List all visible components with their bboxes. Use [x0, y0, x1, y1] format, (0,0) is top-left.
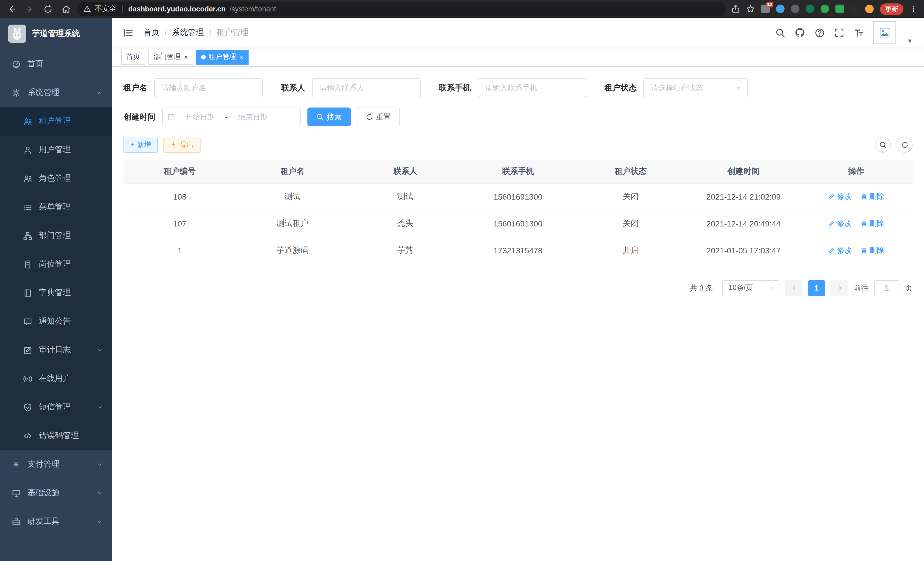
tab-tenant[interactable]: 租户管理 ×	[196, 50, 249, 64]
briefcase-icon	[11, 517, 21, 526]
tenant-name-input[interactable]	[154, 78, 263, 97]
goto-page-input[interactable]	[874, 280, 899, 296]
sidebar-item-post[interactable]: 岗位管理	[0, 250, 112, 278]
phone-input[interactable]	[478, 78, 586, 97]
users-icon	[23, 117, 32, 126]
top-navbar: 首页 / 系统管理 / 租户管理 ▼	[112, 18, 924, 47]
hamburger-icon[interactable]	[123, 28, 133, 38]
tab-dept[interactable]: 部门管理 ×	[148, 50, 193, 64]
tab-home[interactable]: 首页	[121, 50, 145, 64]
extension-icon[interactable]	[850, 5, 859, 13]
page-content: 租户名 联系人 联系手机 租户状态 请选择租户状态	[112, 67, 924, 561]
screen: 不安全 dashboard.yudao.iocoder.cn/system/te…	[0, 0, 924, 561]
search-icon[interactable]	[776, 28, 785, 38]
sidebar-item-user[interactable]: 用户管理	[0, 135, 112, 164]
sidebar-item-dict[interactable]: 字典管理	[0, 278, 112, 307]
edit-doc-icon	[23, 346, 32, 354]
font-size-icon[interactable]	[854, 28, 863, 38]
monitor-icon	[11, 489, 21, 497]
sidebar-menu: 首页 系统管理 租户管理 用户管理	[0, 50, 112, 536]
cell-tenant-id: 107	[123, 210, 236, 237]
table-header-row: 租户编号 租户名 联系人 联系手机 租户状态 创建时间 操作	[123, 160, 913, 183]
edit-link[interactable]: 修改	[828, 245, 852, 255]
sidebar-item-tenant[interactable]: 租户管理	[0, 107, 112, 135]
yen-icon: ¥	[11, 460, 21, 469]
search-button[interactable]: 搜索	[308, 108, 351, 126]
date-end-input[interactable]	[229, 113, 277, 121]
page-number-button[interactable]: 1	[808, 280, 825, 296]
bookmark-star-icon[interactable]	[746, 5, 755, 13]
cell-tenant-id: 108	[123, 183, 236, 210]
delete-link[interactable]: 删除	[861, 218, 884, 229]
cell-tenant-name: 芋道源码	[236, 237, 349, 264]
cell-status: 开启	[574, 237, 687, 264]
sidebar-item-infrastructure[interactable]: 基础设施	[0, 479, 112, 507]
date-start-input[interactable]	[176, 113, 224, 121]
sidebar-item-online-users[interactable]: 在线用户	[0, 364, 112, 393]
github-icon[interactable]	[795, 27, 805, 38]
refresh-icon[interactable]	[897, 137, 913, 153]
toggle-search-icon[interactable]	[875, 137, 891, 153]
status-select[interactable]: 请选择租户状态	[644, 78, 748, 97]
browser-menu-icon[interactable]: ⋮	[910, 5, 917, 13]
edit-link[interactable]: 修改	[828, 218, 852, 229]
breadcrumb-item[interactable]: 首页	[143, 27, 159, 38]
next-page-button[interactable]	[831, 280, 848, 296]
cell-phone: 15601691300	[462, 183, 574, 210]
date-range-picker[interactable]: -	[162, 108, 301, 126]
help-icon[interactable]	[815, 28, 825, 38]
extension-icon[interactable]	[791, 5, 800, 13]
browser-nav-buttons	[7, 4, 71, 14]
extension-icon[interactable]	[836, 5, 844, 13]
sidebar-item-devtools[interactable]: 研发工具	[0, 507, 112, 536]
delete-link[interactable]: 删除	[861, 245, 884, 255]
share-icon[interactable]	[731, 5, 740, 13]
browser-update-button[interactable]: 更新	[880, 3, 903, 15]
browser-right-controls: 10 更新 ⋮	[731, 3, 917, 15]
edit-link[interactable]: 修改	[828, 191, 852, 202]
sidebar-item-role[interactable]: 角色管理	[0, 164, 112, 193]
sidebar-item-payment[interactable]: ¥ 支付管理	[0, 450, 112, 479]
fullscreen-icon[interactable]	[834, 28, 844, 38]
delete-link[interactable]: 删除	[861, 191, 884, 202]
cell-created: 2021-12-14 21:02:09	[687, 183, 800, 210]
caret-down-icon[interactable]: ▼	[907, 38, 913, 44]
page-size-select[interactable]: 10条/页	[722, 280, 779, 296]
dashboard-icon	[11, 60, 21, 68]
cell-contact: 芋艿	[349, 237, 462, 264]
sidebar: 芋道管理系统 首页 系统管理 租户管理	[0, 18, 112, 561]
sidebar-item-system[interactable]: 系统管理	[0, 78, 112, 107]
back-icon[interactable]	[7, 4, 16, 14]
sidebar-item-notice[interactable]: 通知公告	[0, 307, 112, 336]
prev-page-button[interactable]	[785, 280, 802, 296]
extension-icon[interactable]	[776, 5, 784, 13]
reload-icon[interactable]	[44, 4, 52, 14]
extension-icon[interactable]	[865, 5, 874, 13]
filter-phone: 联系手机	[439, 78, 586, 97]
sidebar-item-error-code[interactable]: 错误码管理	[0, 421, 112, 450]
warning-icon	[83, 5, 91, 13]
forward-icon[interactable]	[25, 4, 34, 14]
sidebar-item-dept[interactable]: 部门管理	[0, 221, 112, 250]
sidebar-item-audit-log[interactable]: 审计日志	[0, 336, 112, 364]
reset-button[interactable]: 重置	[357, 108, 400, 126]
extension-icon[interactable]: 10	[761, 5, 770, 13]
sidebar-item-menu[interactable]: 菜单管理	[0, 193, 112, 221]
breadcrumb-item[interactable]: 系统管理	[172, 27, 204, 38]
user-avatar[interactable]	[873, 21, 896, 44]
url-host: dashboard.yudao.iocoder.cn	[128, 5, 225, 13]
sidebar-item-home[interactable]: 首页	[0, 50, 112, 78]
home-icon[interactable]	[62, 4, 71, 14]
contact-input[interactable]	[312, 78, 421, 97]
sidebar-item-sms[interactable]: 短信管理	[0, 393, 112, 421]
address-bar[interactable]: 不安全 dashboard.yudao.iocoder.cn/system/te…	[76, 2, 726, 16]
close-icon[interactable]: ×	[239, 53, 243, 60]
extension-icon[interactable]	[806, 5, 814, 13]
close-icon[interactable]: ×	[183, 53, 188, 60]
export-button[interactable]: 导出	[164, 137, 201, 153]
add-button[interactable]: + 新增	[123, 137, 158, 153]
filter-label: 租户状态	[604, 83, 637, 93]
date-separator: -	[225, 113, 228, 121]
extension-icon[interactable]	[820, 5, 829, 13]
chevron-down-icon	[97, 518, 103, 525]
